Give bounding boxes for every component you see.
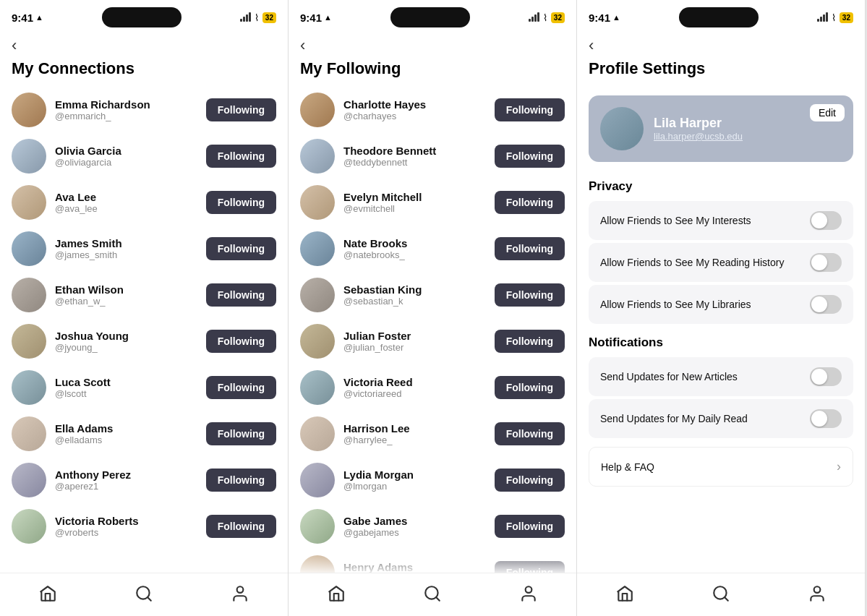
- following-button[interactable]: Following: [206, 237, 276, 260]
- user-info: Olivia Garcia @oliviagarcia: [55, 145, 197, 168]
- user-name: Theodore Bennett: [343, 145, 486, 157]
- following-button[interactable]: Following: [495, 330, 565, 353]
- time-text: 9:41: [300, 12, 322, 24]
- following-button[interactable]: Following: [495, 283, 565, 307]
- toggle[interactable]: [810, 253, 842, 272]
- time-text: 9:41: [12, 12, 33, 24]
- connection-item: Julian Foster @julian_foster Following: [289, 318, 576, 364]
- status-icons: ⌇ 32: [817, 12, 853, 23]
- phone-profile: 9:41 ▲ ⌇ 32 ‹ Profile Settings Lila Harp…: [577, 0, 866, 616]
- notification-label: Send Updates for New Articles: [600, 371, 738, 382]
- following-button[interactable]: Following: [206, 376, 276, 399]
- profile-nav-icon[interactable]: [513, 578, 544, 609]
- following-button[interactable]: Following: [495, 469, 565, 492]
- home-nav-icon[interactable]: [32, 578, 64, 609]
- following-button[interactable]: Following: [206, 145, 276, 168]
- search-nav-icon[interactable]: [417, 578, 448, 609]
- user-name: Lydia Morgan: [343, 469, 486, 481]
- following-button[interactable]: Following: [495, 422, 565, 445]
- following-button[interactable]: Following: [495, 191, 565, 214]
- location-arrow: ▲: [612, 13, 620, 22]
- user-info: Victoria Roberts @vroberts: [55, 515, 197, 538]
- following-button[interactable]: Following: [495, 376, 565, 399]
- following-button[interactable]: Following: [206, 283, 276, 307]
- connection-item: Anthony Perez @aperez1 Following: [0, 457, 288, 503]
- user-name: Victoria Roberts: [55, 515, 197, 527]
- user-handle: @emmarich_: [55, 111, 197, 121]
- phone-connections: 9:41 ▲ ⌇ 32 ‹ My Connections: [0, 0, 289, 616]
- connection-item: Nate Brooks @natebrooks_ Following: [289, 226, 576, 272]
- home-nav-icon[interactable]: [609, 578, 641, 609]
- back-button[interactable]: ‹: [12, 38, 17, 54]
- user-handle: @charhayes: [343, 111, 486, 121]
- search-nav-icon[interactable]: [128, 578, 160, 609]
- user-handle: @ava_lee: [55, 203, 197, 214]
- avatar: [12, 324, 46, 359]
- following-button[interactable]: Following: [206, 469, 276, 492]
- user-info: Theodore Bennett @teddybennett: [343, 145, 486, 168]
- user-name: James Smith: [55, 237, 197, 249]
- following-button[interactable]: Following: [206, 191, 276, 214]
- toggle[interactable]: [810, 295, 842, 314]
- settings-item: Allow Friends to See My Interests: [589, 201, 853, 240]
- dynamic-island: [679, 7, 759, 27]
- search-nav-icon[interactable]: [705, 578, 737, 609]
- home-nav-icon[interactable]: [320, 578, 352, 609]
- connection-item: Lydia Morgan @lmorgan Following: [289, 457, 576, 503]
- user-name: Henry Adams: [343, 561, 486, 573]
- toggle[interactable]: [810, 367, 842, 386]
- toggle[interactable]: [810, 211, 842, 230]
- following-button[interactable]: Following: [495, 237, 565, 260]
- following-button[interactable]: Following: [495, 145, 565, 168]
- help-faq-item[interactable]: Help & FAQ ›: [589, 447, 853, 487]
- content-scroll[interactable]: Emma Richardson @emmarich_ Following Oli…: [0, 87, 288, 573]
- user-info: Henry Adams @henry_adams: [343, 561, 486, 573]
- following-button[interactable]: Following: [206, 422, 276, 445]
- edit-button[interactable]: Edit: [810, 104, 845, 121]
- toggle[interactable]: [810, 409, 842, 428]
- user-info: Julian Foster @julian_foster: [343, 330, 486, 353]
- user-info: Lydia Morgan @lmorgan: [343, 469, 486, 492]
- connection-item: Sebastian King @sebastian_k Following: [289, 272, 576, 318]
- avatar: [300, 324, 335, 359]
- profile-nav-icon[interactable]: [224, 578, 256, 609]
- help-label: Help & FAQ: [601, 461, 654, 473]
- status-bar: 9:41 ▲ ⌇ 32: [0, 0, 288, 32]
- user-handle: @victoriareed: [343, 388, 486, 399]
- status-bar: 9:41 ▲ ⌇ 32: [577, 0, 865, 32]
- nav-header: ‹: [289, 32, 576, 56]
- user-name: Harrison Lee: [343, 422, 486, 435]
- following-button[interactable]: Following: [495, 98, 565, 121]
- user-info: Luca Scott @lscott: [55, 376, 197, 399]
- back-button[interactable]: ‹: [589, 38, 594, 54]
- following-button[interactable]: Following: [206, 98, 276, 121]
- user-handle: @ethan_w_: [55, 296, 197, 307]
- back-button[interactable]: ‹: [300, 38, 305, 54]
- dynamic-island: [390, 7, 470, 27]
- content-scroll[interactable]: Lila Harper lila.harper@ucsb.edu Edit Pr…: [577, 87, 865, 573]
- avatar: [300, 370, 335, 405]
- bottom-nav: [0, 573, 288, 616]
- profile-nav-icon[interactable]: [801, 578, 833, 609]
- location-arrow: ▲: [324, 13, 332, 22]
- svg-point-5: [525, 586, 531, 593]
- svg-line-7: [725, 597, 728, 601]
- avatar: [300, 185, 335, 220]
- following-button[interactable]: Following: [495, 515, 565, 538]
- following-button[interactable]: Following: [206, 515, 276, 538]
- avatar: [12, 463, 46, 497]
- user-info: Sebastian King @sebastian_k: [343, 283, 486, 307]
- user-name: Olivia Garcia: [55, 145, 197, 157]
- user-name: Ella Adams: [55, 422, 197, 435]
- user-info: Anthony Perez @aperez1: [55, 469, 197, 492]
- signal-icon: [529, 13, 539, 22]
- following-button[interactable]: Following: [206, 330, 276, 353]
- user-info: Evelyn Mitchell @evmitchell: [343, 191, 486, 214]
- following-button[interactable]: Following: [495, 561, 565, 573]
- avatar: [12, 93, 46, 127]
- user-name: Anthony Perez: [55, 469, 197, 481]
- user-handle: @teddybennett: [343, 157, 486, 168]
- content-scroll[interactable]: Charlotte Hayes @charhayes Following The…: [289, 87, 576, 573]
- svg-line-4: [436, 597, 440, 601]
- user-handle: @oliviagarcia: [55, 157, 197, 168]
